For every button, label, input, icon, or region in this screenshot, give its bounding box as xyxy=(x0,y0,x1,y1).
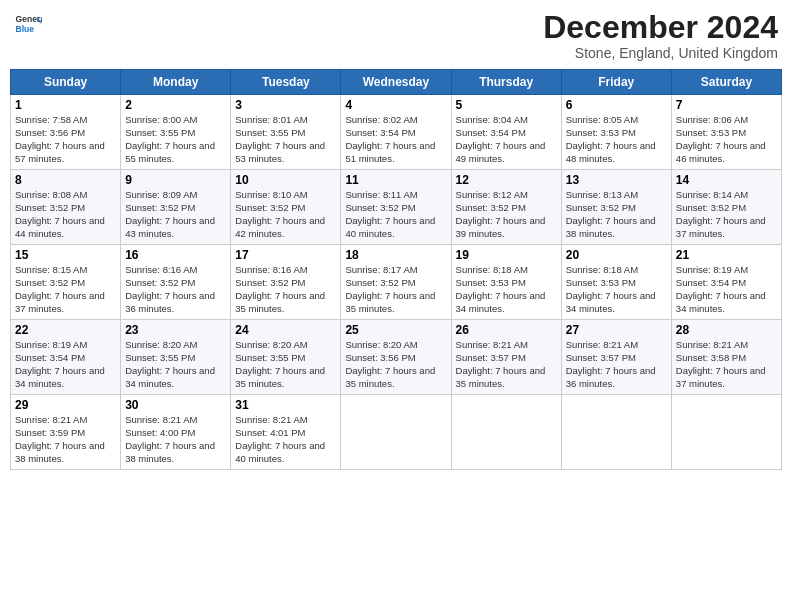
day-number: 2 xyxy=(125,98,226,112)
calendar-cell: 24Sunrise: 8:20 AMSunset: 3:55 PMDayligh… xyxy=(231,320,341,395)
cell-details: Sunrise: 8:14 AMSunset: 3:52 PMDaylight:… xyxy=(676,189,777,240)
weekday-header: Friday xyxy=(561,70,671,95)
calendar-cell: 3Sunrise: 8:01 AMSunset: 3:55 PMDaylight… xyxy=(231,95,341,170)
day-number: 23 xyxy=(125,323,226,337)
day-number: 29 xyxy=(15,398,116,412)
day-number: 4 xyxy=(345,98,446,112)
cell-details: Sunrise: 8:16 AMSunset: 3:52 PMDaylight:… xyxy=(235,264,336,315)
calendar-cell: 12Sunrise: 8:12 AMSunset: 3:52 PMDayligh… xyxy=(451,170,561,245)
logo-icon: General Blue xyxy=(14,10,42,38)
calendar-week-row: 15Sunrise: 8:15 AMSunset: 3:52 PMDayligh… xyxy=(11,245,782,320)
cell-details: Sunrise: 8:10 AMSunset: 3:52 PMDaylight:… xyxy=(235,189,336,240)
month-title: December 2024 xyxy=(543,10,778,45)
calendar-cell: 28Sunrise: 8:21 AMSunset: 3:58 PMDayligh… xyxy=(671,320,781,395)
day-number: 17 xyxy=(235,248,336,262)
cell-details: Sunrise: 8:20 AMSunset: 3:56 PMDaylight:… xyxy=(345,339,446,390)
cell-details: Sunrise: 8:11 AMSunset: 3:52 PMDaylight:… xyxy=(345,189,446,240)
day-number: 22 xyxy=(15,323,116,337)
day-number: 3 xyxy=(235,98,336,112)
cell-details: Sunrise: 8:15 AMSunset: 3:52 PMDaylight:… xyxy=(15,264,116,315)
cell-details: Sunrise: 8:13 AMSunset: 3:52 PMDaylight:… xyxy=(566,189,667,240)
calendar-cell: 22Sunrise: 8:19 AMSunset: 3:54 PMDayligh… xyxy=(11,320,121,395)
calendar-cell: 4Sunrise: 8:02 AMSunset: 3:54 PMDaylight… xyxy=(341,95,451,170)
calendar-cell: 8Sunrise: 8:08 AMSunset: 3:52 PMDaylight… xyxy=(11,170,121,245)
logo: General Blue xyxy=(14,10,42,38)
calendar-cell xyxy=(561,395,671,470)
day-number: 20 xyxy=(566,248,667,262)
day-number: 25 xyxy=(345,323,446,337)
day-number: 10 xyxy=(235,173,336,187)
cell-details: Sunrise: 8:00 AMSunset: 3:55 PMDaylight:… xyxy=(125,114,226,165)
calendar-cell: 23Sunrise: 8:20 AMSunset: 3:55 PMDayligh… xyxy=(121,320,231,395)
calendar-cell: 15Sunrise: 8:15 AMSunset: 3:52 PMDayligh… xyxy=(11,245,121,320)
weekday-header: Tuesday xyxy=(231,70,341,95)
day-number: 7 xyxy=(676,98,777,112)
calendar-cell: 21Sunrise: 8:19 AMSunset: 3:54 PMDayligh… xyxy=(671,245,781,320)
cell-details: Sunrise: 7:58 AMSunset: 3:56 PMDaylight:… xyxy=(15,114,116,165)
calendar-cell: 19Sunrise: 8:18 AMSunset: 3:53 PMDayligh… xyxy=(451,245,561,320)
day-number: 14 xyxy=(676,173,777,187)
calendar-cell: 27Sunrise: 8:21 AMSunset: 3:57 PMDayligh… xyxy=(561,320,671,395)
day-number: 28 xyxy=(676,323,777,337)
day-number: 15 xyxy=(15,248,116,262)
cell-details: Sunrise: 8:20 AMSunset: 3:55 PMDaylight:… xyxy=(235,339,336,390)
calendar-cell: 17Sunrise: 8:16 AMSunset: 3:52 PMDayligh… xyxy=(231,245,341,320)
calendar-cell: 16Sunrise: 8:16 AMSunset: 3:52 PMDayligh… xyxy=(121,245,231,320)
calendar-header-row: SundayMondayTuesdayWednesdayThursdayFrid… xyxy=(11,70,782,95)
calendar-week-row: 29Sunrise: 8:21 AMSunset: 3:59 PMDayligh… xyxy=(11,395,782,470)
calendar-cell: 18Sunrise: 8:17 AMSunset: 3:52 PMDayligh… xyxy=(341,245,451,320)
cell-details: Sunrise: 8:19 AMSunset: 3:54 PMDaylight:… xyxy=(676,264,777,315)
day-number: 27 xyxy=(566,323,667,337)
cell-details: Sunrise: 8:09 AMSunset: 3:52 PMDaylight:… xyxy=(125,189,226,240)
day-number: 30 xyxy=(125,398,226,412)
calendar-cell: 20Sunrise: 8:18 AMSunset: 3:53 PMDayligh… xyxy=(561,245,671,320)
weekday-header: Saturday xyxy=(671,70,781,95)
calendar-cell: 7Sunrise: 8:06 AMSunset: 3:53 PMDaylight… xyxy=(671,95,781,170)
weekday-header: Thursday xyxy=(451,70,561,95)
cell-details: Sunrise: 8:05 AMSunset: 3:53 PMDaylight:… xyxy=(566,114,667,165)
day-number: 9 xyxy=(125,173,226,187)
calendar-cell: 13Sunrise: 8:13 AMSunset: 3:52 PMDayligh… xyxy=(561,170,671,245)
calendar-cell: 14Sunrise: 8:14 AMSunset: 3:52 PMDayligh… xyxy=(671,170,781,245)
cell-details: Sunrise: 8:18 AMSunset: 3:53 PMDaylight:… xyxy=(456,264,557,315)
day-number: 5 xyxy=(456,98,557,112)
cell-details: Sunrise: 8:01 AMSunset: 3:55 PMDaylight:… xyxy=(235,114,336,165)
calendar-cell: 9Sunrise: 8:09 AMSunset: 3:52 PMDaylight… xyxy=(121,170,231,245)
cell-details: Sunrise: 8:04 AMSunset: 3:54 PMDaylight:… xyxy=(456,114,557,165)
calendar-cell xyxy=(451,395,561,470)
calendar-cell: 2Sunrise: 8:00 AMSunset: 3:55 PMDaylight… xyxy=(121,95,231,170)
calendar-cell: 1Sunrise: 7:58 AMSunset: 3:56 PMDaylight… xyxy=(11,95,121,170)
calendar-week-row: 8Sunrise: 8:08 AMSunset: 3:52 PMDaylight… xyxy=(11,170,782,245)
page-header: General Blue December 2024 Stone, Englan… xyxy=(10,10,782,61)
calendar-cell: 26Sunrise: 8:21 AMSunset: 3:57 PMDayligh… xyxy=(451,320,561,395)
day-number: 8 xyxy=(15,173,116,187)
calendar-cell: 6Sunrise: 8:05 AMSunset: 3:53 PMDaylight… xyxy=(561,95,671,170)
cell-details: Sunrise: 8:20 AMSunset: 3:55 PMDaylight:… xyxy=(125,339,226,390)
weekday-header: Sunday xyxy=(11,70,121,95)
day-number: 19 xyxy=(456,248,557,262)
cell-details: Sunrise: 8:06 AMSunset: 3:53 PMDaylight:… xyxy=(676,114,777,165)
calendar-cell: 10Sunrise: 8:10 AMSunset: 3:52 PMDayligh… xyxy=(231,170,341,245)
cell-details: Sunrise: 8:19 AMSunset: 3:54 PMDaylight:… xyxy=(15,339,116,390)
day-number: 18 xyxy=(345,248,446,262)
cell-details: Sunrise: 8:21 AMSunset: 4:01 PMDaylight:… xyxy=(235,414,336,465)
calendar-cell: 11Sunrise: 8:11 AMSunset: 3:52 PMDayligh… xyxy=(341,170,451,245)
calendar-week-row: 1Sunrise: 7:58 AMSunset: 3:56 PMDaylight… xyxy=(11,95,782,170)
calendar-week-row: 22Sunrise: 8:19 AMSunset: 3:54 PMDayligh… xyxy=(11,320,782,395)
weekday-header: Monday xyxy=(121,70,231,95)
day-number: 31 xyxy=(235,398,336,412)
location-subtitle: Stone, England, United Kingdom xyxy=(543,45,778,61)
cell-details: Sunrise: 8:16 AMSunset: 3:52 PMDaylight:… xyxy=(125,264,226,315)
cell-details: Sunrise: 8:21 AMSunset: 3:57 PMDaylight:… xyxy=(456,339,557,390)
cell-details: Sunrise: 8:21 AMSunset: 3:57 PMDaylight:… xyxy=(566,339,667,390)
day-number: 13 xyxy=(566,173,667,187)
day-number: 16 xyxy=(125,248,226,262)
cell-details: Sunrise: 8:08 AMSunset: 3:52 PMDaylight:… xyxy=(15,189,116,240)
day-number: 11 xyxy=(345,173,446,187)
cell-details: Sunrise: 8:21 AMSunset: 3:59 PMDaylight:… xyxy=(15,414,116,465)
calendar-table: SundayMondayTuesdayWednesdayThursdayFrid… xyxy=(10,69,782,470)
day-number: 26 xyxy=(456,323,557,337)
cell-details: Sunrise: 8:12 AMSunset: 3:52 PMDaylight:… xyxy=(456,189,557,240)
cell-details: Sunrise: 8:18 AMSunset: 3:53 PMDaylight:… xyxy=(566,264,667,315)
title-block: December 2024 Stone, England, United Kin… xyxy=(543,10,778,61)
